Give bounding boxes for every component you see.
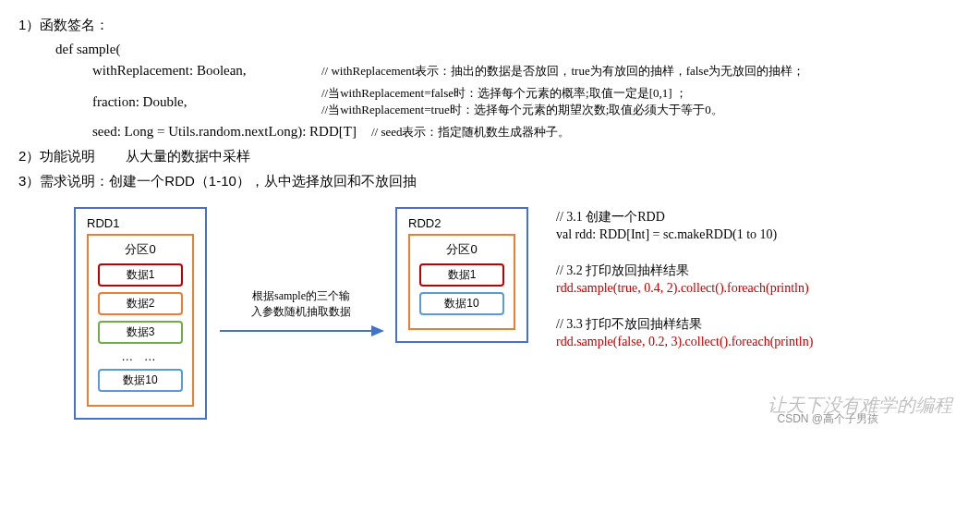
rdd1-item: 数据2 — [98, 292, 183, 315]
code-block-1: // 3.1 创建一个RDD val rdd: RDD[Int] = sc.ma… — [556, 209, 813, 242]
rdd2-item: 数据1 — [419, 263, 504, 287]
arrow-column: 根据sample的三个输 入参数随机抽取数据 — [207, 288, 395, 338]
rdd1-item: 数据3 — [98, 321, 183, 344]
section-2: 2）功能说明 从大量的数据中采样 — [18, 148, 962, 165]
arrow-icon — [218, 324, 384, 338]
rdd1-ellipsis: … … — [98, 349, 183, 363]
arrow-label-a: 根据sample的三个输 — [252, 289, 350, 302]
sig-comment-fraction-b: //当withReplacement=true时：选择每个元素的期望次数;取值必… — [321, 102, 723, 118]
rdd2-item: 数据10 — [419, 292, 504, 315]
diagram-row: RDD1 分区0 数据1 数据2 数据3 … … 数据10 根据sample的三… — [74, 207, 962, 420]
sig-param-seed: seed: Long = Utils.random.nextLong): RDD… — [92, 124, 357, 140]
arrow-label: 根据sample的三个输 入参数随机抽取数据 — [251, 288, 351, 320]
sig-comment-withreplacement: // withReplacement表示：抽出的数据是否放回，true为有放回的… — [321, 63, 805, 79]
code-block-3: // 3.3 打印不放回抽样结果 rdd.sample(false, 0.2, … — [556, 316, 813, 349]
code-column: // 3.1 创建一个RDD val rdd: RDD[Int] = sc.ma… — [556, 207, 813, 370]
code-comment-1: // 3.1 创建一个RDD — [556, 209, 813, 226]
signature-block: def sample( withReplacement: Boolean, //… — [55, 42, 962, 140]
section-2-header: 2）功能说明 — [18, 148, 95, 164]
sig-comment-fraction-group: //当withReplacement=false时：选择每个元素的概率;取值一定… — [321, 85, 723, 118]
sig-comment-fraction-a: //当withReplacement=false时：选择每个元素的概率;取值一定… — [321, 85, 723, 102]
rdd1-item: 数据10 — [98, 369, 183, 392]
code-line-3: rdd.sample(false, 0.2, 3).collect().fore… — [556, 335, 813, 349]
section-3-header: 3）需求说明：创建一个RDD（1-10），从中选择放回和不放回抽 — [18, 173, 962, 190]
rdd1-box: RDD1 分区0 数据1 数据2 数据3 … … 数据10 — [74, 207, 207, 420]
code-comment-2: // 3.2 打印放回抽样结果 — [556, 263, 813, 279]
section-2-desc: 从大量的数据中采样 — [126, 148, 250, 164]
rdd1-partition-title: 分区0 — [98, 241, 183, 258]
code-line-1: val rdd: RDD[Int] = sc.makeRDD(1 to 10) — [556, 227, 813, 242]
code-block-2: // 3.2 打印放回抽样结果 rdd.sample(true, 0.4, 2)… — [556, 263, 813, 296]
arrow-label-b: 入参数随机抽取数据 — [251, 305, 351, 318]
svg-marker-1 — [371, 325, 384, 336]
sig-param-withreplacement: withReplacement: Boolean, — [92, 63, 314, 79]
rdd1-item: 数据1 — [98, 263, 183, 287]
rdd1-title: RDD1 — [87, 216, 194, 230]
sig-comment-seed: // seed表示：指定随机数生成器种子。 — [371, 124, 571, 140]
code-comment-3: // 3.3 打印不放回抽样结果 — [556, 316, 813, 333]
rdd2-box: RDD2 分区0 数据1 数据10 — [395, 207, 528, 343]
sig-param-fraction: fraction: Double, — [92, 94, 314, 110]
rdd2-partition: 分区0 数据1 数据10 — [408, 234, 515, 330]
csdn-attribution: CSDN @高个子男孩 — [777, 411, 878, 427]
rdd1-partition: 分区0 数据1 数据2 数据3 … … 数据10 — [87, 234, 194, 407]
rdd2-title: RDD2 — [408, 216, 515, 230]
section-1-header: 1）函数签名： — [18, 17, 962, 34]
sig-def: def sample( — [55, 42, 120, 57]
code-line-2: rdd.sample(true, 0.4, 2).collect().forea… — [556, 281, 813, 296]
rdd2-partition-title: 分区0 — [419, 241, 504, 258]
